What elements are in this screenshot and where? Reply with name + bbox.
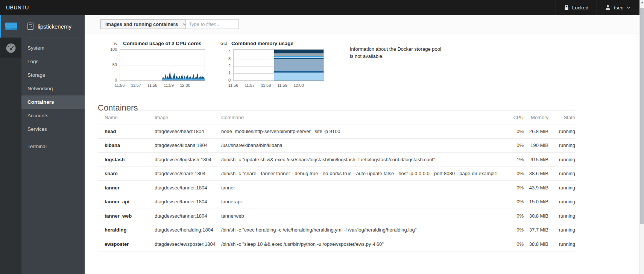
table-row[interactable]: tanner_webdtagdevsec/tanner:1804tannerwe… <box>98 209 575 223</box>
locked-indicator[interactable]: Locked <box>556 0 597 15</box>
dropdown-selected-label: Images and running containers <box>105 21 178 27</box>
cell-memory: 15.0 MiB <box>524 199 548 204</box>
user-icon <box>605 5 611 10</box>
locked-label: Locked <box>572 5 589 11</box>
sidebar-nav: SystemLogsStorageNetworkingContainersAcc… <box>21 41 85 153</box>
scrollbar-thumb[interactable] <box>640 8 644 224</box>
cell-cpu: 0% <box>497 241 524 247</box>
table-row[interactable]: logstashdtagdevsec/logstash:1804/bin/sh … <box>98 153 575 167</box>
cell-state: running <box>548 241 575 247</box>
table-row[interactable]: heraldingdtagdevsec/heralding:1804/bin/s… <box>98 223 575 238</box>
host-selector[interactable]: lipstickenemy <box>21 15 85 38</box>
sidebar-item-services[interactable]: Services <box>21 123 85 136</box>
cell-image: dtagdevsec/heralding:1804 <box>155 227 221 233</box>
cell-name: tanner_web <box>98 213 155 219</box>
cpu-chart-title: Combined usage of 2 CPU cores <box>123 41 202 46</box>
memory-layer <box>274 50 324 53</box>
cell-name: heralding <box>98 227 155 233</box>
filter-input[interactable] <box>185 19 239 29</box>
cell-state: running <box>548 227 575 233</box>
cell-command: /bin/sh -c "exec heralding -c /etc/heral… <box>221 227 497 233</box>
hostname: lipstickenemy <box>38 23 71 30</box>
cell-cpu: 0% <box>497 129 524 134</box>
containers-table: Name Image Command CPU Memory State head… <box>98 111 575 251</box>
cell-name: snare <box>98 171 155 176</box>
cell-state: running <box>548 171 575 176</box>
table-row[interactable]: headdtagdevsec/head:1804node_modules/htt… <box>98 124 575 139</box>
cell-cpu: 0% <box>497 227 524 233</box>
machines-nav-button[interactable] <box>0 15 21 38</box>
dashboard-gauge-icon <box>5 42 17 54</box>
memory-layer <box>274 71 324 72</box>
cell-image: dtagdevsec/kibana:1804 <box>155 142 221 148</box>
memory-layer <box>274 57 324 58</box>
cell-command: tannerweb <box>221 213 497 219</box>
cell-name: kibana <box>98 142 155 148</box>
x-axis-tick: 11:59 <box>164 83 174 88</box>
sidebar-item-containers[interactable]: Containers <box>21 95 85 109</box>
top-bar: UBUNTU Locked tsec <box>0 0 644 15</box>
cell-memory: 190 MiB <box>524 142 548 148</box>
topbar-right-group: Locked tsec <box>556 0 639 15</box>
machine-icon <box>5 21 18 31</box>
cell-image: dtagdevsec/head:1804 <box>155 129 221 134</box>
y-axis-tick: 1 <box>214 71 231 75</box>
sidebar-item-networking[interactable]: Networking <box>21 82 85 95</box>
cell-cpu: 0% <box>497 185 524 191</box>
x-axis-tick: 11:57 <box>131 83 141 88</box>
host-icon <box>27 23 33 30</box>
x-axis-tick: 11:56 <box>115 83 125 88</box>
x-axis-tick: 12:00 <box>293 83 304 88</box>
sidebar-item-terminal[interactable]: Terminal <box>21 140 85 153</box>
cell-state: running <box>548 213 575 219</box>
cell-state: running <box>548 199 575 204</box>
table-row[interactable]: snaredtagdevsec/snare:1804/bin/sh -c "sn… <box>98 167 575 181</box>
sidebar: lipstickenemy SystemLogsStorageNetworkin… <box>0 15 85 274</box>
cell-memory: 26.8 MiB <box>524 129 548 134</box>
memory-layer <box>274 53 324 56</box>
y-axis-tick: 100 <box>110 47 117 51</box>
cell-command: /bin/sh -c "snare --tanner tanner --debu… <box>221 171 497 176</box>
table-row[interactable]: ewsposterdtagdevsec/ewsposter:1804/bin/s… <box>98 237 575 251</box>
page-scrollbar[interactable]: ▲ <box>639 0 644 274</box>
content-area: Images and running containers % Combined… <box>85 15 639 274</box>
column-header-image: Image <box>155 115 221 120</box>
cell-cpu: 0% <box>497 199 524 204</box>
user-menu[interactable]: tsec <box>597 0 639 15</box>
table-row[interactable]: tanner_apidtagdevsec/tanner:1804tannerap… <box>98 195 575 209</box>
x-axis-tick: 11:58 <box>261 83 271 88</box>
y-axis-tick: 3 <box>214 56 231 61</box>
containers-filter-dropdown[interactable]: Images and running containers <box>100 19 191 29</box>
cell-memory: 43.9 MiB <box>524 185 548 191</box>
y-axis-tick: 2 <box>214 64 231 68</box>
cell-name: head <box>98 129 155 134</box>
table-row[interactable]: kibanadtagdevsec/kibana:1804/usr/share/k… <box>98 139 575 153</box>
cell-state: running <box>548 142 575 148</box>
cell-image: dtagdevsec/tanner:1804 <box>155 199 221 204</box>
cell-state: running <box>548 157 575 162</box>
memory-plot-area <box>233 49 324 81</box>
column-header-state: State <box>548 115 575 120</box>
table-row[interactable]: tannerdtagdevsec/tanner:1804tanner0%43.9… <box>98 181 575 195</box>
sidebar-item-storage[interactable]: Storage <box>21 68 85 82</box>
column-header-cpu: CPU <box>497 115 524 120</box>
cell-memory: 30.8 MiB <box>524 213 548 219</box>
sidebar-item-accounts[interactable]: Accounts <box>21 109 85 123</box>
sidebar-item-logs[interactable]: Logs <box>21 55 85 68</box>
x-axis-tick: 11:57 <box>245 83 255 88</box>
column-header-memory: Memory <box>524 115 548 120</box>
scrollbar-up-arrow[interactable]: ▲ <box>640 0 644 4</box>
y-axis-tick: 50 <box>110 62 117 67</box>
dashboard-nav-button[interactable] <box>0 38 21 58</box>
cell-command: /usr/share/kibana/bin/kibana <box>221 142 497 148</box>
chevron-down-icon <box>627 6 630 9</box>
username: tsec <box>614 5 623 11</box>
cell-cpu: 0% <box>497 142 524 148</box>
cell-command: /bin/sh -c "update.sh && exec /usr/share… <box>221 157 497 162</box>
sidebar-item-system[interactable]: System <box>21 41 85 55</box>
memory-layer <box>274 80 324 80</box>
cell-image: dtagdevsec/tanner:1804 <box>155 185 221 191</box>
cpu-usage-series <box>120 50 205 80</box>
x-axis-tick: 12:00 <box>180 83 190 88</box>
brand-label: UBUNTU <box>6 0 29 15</box>
